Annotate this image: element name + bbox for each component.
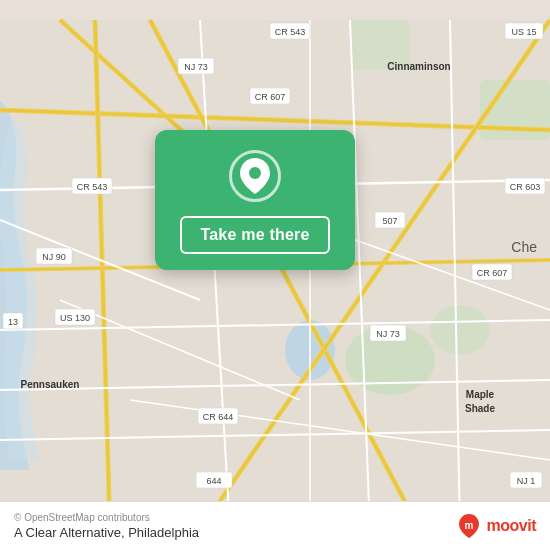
partial-text: Che [511, 239, 537, 255]
svg-text:Shade: Shade [465, 403, 495, 414]
svg-text:NJ 73: NJ 73 [376, 329, 400, 339]
svg-text:US 130: US 130 [60, 313, 90, 323]
svg-text:507: 507 [382, 216, 397, 226]
svg-text:CR 543: CR 543 [275, 27, 306, 37]
svg-text:Cinnaminson: Cinnaminson [387, 61, 450, 72]
svg-text:US 15: US 15 [511, 27, 536, 37]
svg-text:NJ 73: NJ 73 [184, 62, 208, 72]
svg-point-2 [430, 305, 490, 355]
location-name: A Clear Alternative, Philadelphia [14, 525, 199, 540]
bottom-left: © OpenStreetMap contributors A Clear Alt… [14, 512, 199, 540]
svg-text:13: 13 [8, 317, 18, 327]
svg-text:Maple: Maple [466, 389, 495, 400]
attribution-text: © OpenStreetMap contributors [14, 512, 199, 523]
bottom-bar: © OpenStreetMap contributors A Clear Alt… [0, 501, 550, 550]
action-card: Take me there [155, 130, 355, 270]
take-me-there-button[interactable]: Take me there [180, 216, 329, 254]
svg-point-64 [249, 167, 261, 179]
location-icon-wrapper [229, 150, 281, 202]
svg-text:CR 644: CR 644 [203, 412, 234, 422]
location-pin-icon [240, 158, 270, 194]
svg-text:NJ 90: NJ 90 [42, 252, 66, 262]
map-container: CR 543 US 15 NJ 73 CR 607 Cinnaminson CR… [0, 0, 550, 550]
svg-text:NJ 1: NJ 1 [517, 476, 536, 486]
map-background: CR 543 US 15 NJ 73 CR 607 Cinnaminson CR… [0, 0, 550, 550]
svg-text:CR 607: CR 607 [255, 92, 286, 102]
moovit-brand-icon: m [455, 512, 483, 540]
svg-text:CR 603: CR 603 [510, 182, 541, 192]
moovit-logo: m moovit [455, 512, 536, 540]
svg-text:CR 543: CR 543 [77, 182, 108, 192]
svg-text:Pennsauken: Pennsauken [21, 379, 80, 390]
svg-text:m: m [464, 520, 473, 531]
moovit-brand-text: moovit [487, 517, 536, 535]
svg-text:CR 607: CR 607 [477, 268, 508, 278]
svg-text:644: 644 [206, 476, 221, 486]
